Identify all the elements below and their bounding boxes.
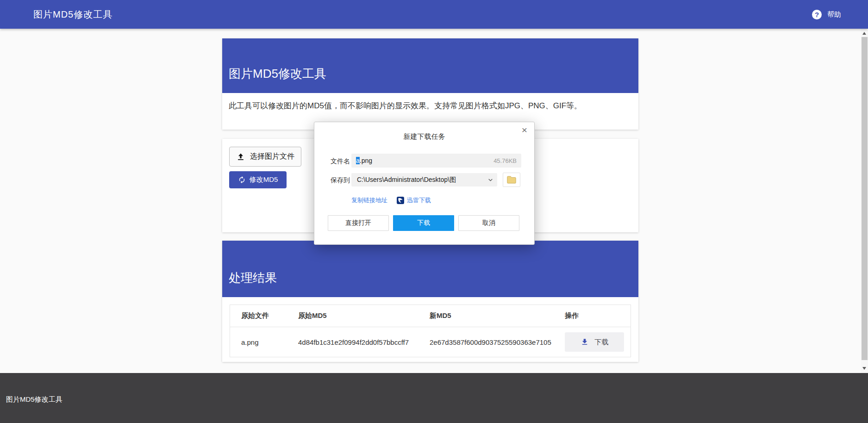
thunder-icon (397, 197, 404, 204)
modify-md5-button[interactable]: 修改MD5 (229, 171, 287, 188)
results-card-header: 处理结果 (222, 241, 638, 297)
close-icon[interactable]: × (519, 125, 530, 135)
intro-card-header: 图片MD5修改工具 (222, 38, 638, 93)
help-icon: ? (812, 10, 822, 19)
save-path-text: C:\Users\Administrator\Desktop\图 (357, 176, 456, 184)
cell-new-md5: 2e67d3587f600d9037525590363e7105 (430, 338, 565, 346)
dialog-title: 新建下载任务 (314, 132, 534, 141)
top-navbar: 图片MD5修改工具 ? 帮助 (0, 0, 868, 29)
scrollbar-thumb[interactable] (862, 37, 868, 360)
table-row: a.png 4d84fb1c31e2f0994f2dd0f57bbccff7 2… (230, 327, 631, 357)
scroll-down-arrow-icon[interactable] (862, 367, 866, 370)
intro-card-title: 图片MD5修改工具 (229, 66, 326, 82)
modify-md5-label: 修改MD5 (250, 175, 278, 184)
dialog-buttons-row: 直接打开 下载 取消 (328, 215, 519, 231)
col-header-action: 操作 (565, 311, 631, 320)
filename-label: 文件名 (331, 157, 350, 166)
dialog-links-row: 复制链接地址 迅雷下载 (351, 196, 431, 205)
row-download-label: 下载 (595, 338, 609, 347)
download-button[interactable]: 下载 (393, 215, 454, 231)
select-image-button[interactable]: 选择图片文件 (229, 147, 301, 167)
col-header-new-md5: 新MD5 (430, 311, 565, 320)
cancel-button[interactable]: 取消 (458, 215, 519, 231)
footer-title: 图片MD5修改工具 (6, 395, 62, 404)
filename-input[interactable]: a.png 45.76KB (351, 154, 521, 168)
vertical-scrollbar[interactable] (861, 29, 868, 373)
save-to-label: 保存到 (331, 176, 350, 185)
intro-card-description: 此工具可以修改图片的MD5值，而不影响图片的显示效果。支持常见图片格式如JPG、… (222, 93, 638, 118)
cell-original-md5: 4d84fb1c31e2f0994f2dd0f57bbccff7 (298, 338, 430, 346)
app-title: 图片MD5修改工具 (33, 8, 112, 21)
results-card-title: 处理结果 (229, 270, 277, 286)
row-download-button[interactable]: 下载 (565, 332, 624, 352)
thunder-download-label: 迅雷下载 (407, 196, 431, 205)
chevron-down-icon (487, 177, 493, 183)
help-button[interactable]: ? 帮助 (812, 0, 841, 29)
col-header-original-file: 原始文件 (241, 311, 298, 320)
new-download-task-dialog: 新建下载任务 × 文件名 a.png 45.76KB 保存到 C:\Users\… (314, 122, 535, 245)
download-icon (581, 338, 589, 346)
intro-card: 图片MD5修改工具 此工具可以修改图片的MD5值，而不影响图片的显示效果。支持常… (222, 38, 638, 130)
results-card: 处理结果 原始文件 原始MD5 新MD5 操作 a.png 4d84fb1c31… (222, 241, 638, 362)
page-footer: 图片MD5修改工具 (0, 373, 868, 423)
refresh-icon (238, 176, 246, 184)
browse-folder-button[interactable] (503, 173, 520, 187)
help-label: 帮助 (827, 10, 841, 19)
col-header-original-md5: 原始MD5 (298, 311, 430, 320)
upload-icon (236, 152, 245, 162)
folder-icon (507, 176, 516, 184)
cell-original-file: a.png (241, 338, 298, 346)
file-size-text: 45.76KB (493, 157, 517, 164)
scroll-up-arrow-icon[interactable] (862, 32, 866, 35)
copy-link-button[interactable]: 复制链接地址 (351, 196, 387, 205)
thunder-download-button[interactable]: 迅雷下载 (397, 196, 431, 205)
save-path-select[interactable]: C:\Users\Administrator\Desktop\图 (351, 173, 497, 187)
open-directly-button[interactable]: 直接打开 (328, 215, 389, 231)
filename-selected-text: a (356, 157, 360, 164)
results-table-header-row: 原始文件 原始MD5 新MD5 操作 (230, 305, 631, 327)
filename-rest-text: .png (360, 157, 372, 164)
select-image-label: 选择图片文件 (250, 152, 294, 162)
results-table: 原始文件 原始MD5 新MD5 操作 a.png 4d84fb1c31e2f09… (230, 305, 631, 357)
